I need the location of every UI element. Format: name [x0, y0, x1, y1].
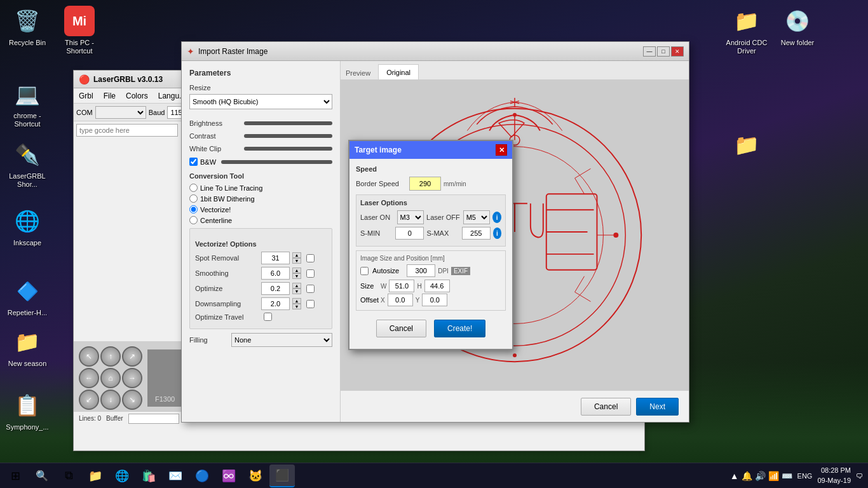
taskbar-store[interactable]: 🛍️: [136, 464, 161, 487]
buffer-input[interactable]: [128, 414, 179, 424]
desktop-icon-repetier[interactable]: 📋 Symphony_...: [2, 388, 53, 434]
smoothing-dn[interactable]: ▼: [292, 273, 301, 279]
autosize-checkbox[interactable]: [360, 267, 369, 275]
up-arrow-icon[interactable]: ▲: [730, 471, 739, 481]
desktop-icon-laser[interactable]: 🔷 Repetier-H...: [2, 273, 53, 320]
spot-removal-input[interactable]: [261, 252, 290, 264]
optimize-check[interactable]: [306, 285, 315, 293]
taskbar-edge[interactable]: 🌐: [109, 464, 135, 487]
import-next-button[interactable]: Next: [636, 398, 679, 416]
volume-icon[interactable]: 🔊: [755, 471, 766, 481]
search-button[interactable]: 🔍: [31, 463, 53, 489]
radio-dithering-input[interactable]: [189, 194, 198, 203]
taskbar-task-view[interactable]: ⧉: [56, 464, 81, 487]
nav-dn-left[interactable]: ↙: [79, 390, 99, 410]
taskbar-file-explorer[interactable]: 📁: [83, 464, 108, 487]
desktop-icon-new-season[interactable]: 📁 New season: [2, 324, 53, 370]
downsampling-input[interactable]: [261, 297, 290, 310]
x-input[interactable]: [388, 294, 413, 306]
nav-dn-right[interactable]: ↘: [122, 390, 142, 410]
notification-center-icon[interactable]: 🗨: [856, 472, 863, 480]
nav-up-left[interactable]: ↖: [79, 346, 99, 367]
dpi-input[interactable]: [407, 264, 435, 277]
contrast-slider[interactable]: [244, 134, 332, 138]
exif-button[interactable]: EXIF: [451, 267, 470, 275]
notification-icon[interactable]: 🔔: [742, 471, 752, 481]
spot-removal-check[interactable]: [306, 254, 315, 262]
desktop-icon-inkscape[interactable]: ✒️ LaserGRBL Shor...: [2, 137, 53, 191]
h-input[interactable]: [424, 280, 450, 292]
white-clip-slider[interactable]: [244, 147, 332, 151]
optimize-input[interactable]: [261, 282, 290, 295]
laser-off-select[interactable]: M5: [463, 210, 491, 224]
smin-input[interactable]: [395, 227, 424, 240]
bw-slider[interactable]: [221, 160, 332, 164]
target-create-button[interactable]: Create!: [434, 320, 485, 337]
smoothing-check[interactable]: [306, 269, 315, 278]
smax-input[interactable]: [462, 227, 491, 240]
taskbar-chrome[interactable]: 🔵: [189, 464, 215, 487]
desktop-icon-symphony[interactable]: 📁 Android CDC Driver: [721, 3, 772, 58]
network-icon[interactable]: 📶: [768, 471, 779, 481]
y-input[interactable]: [422, 294, 447, 306]
import-maximize-btn[interactable]: □: [657, 46, 670, 57]
filling-select[interactable]: None: [231, 333, 332, 347]
target-close-button[interactable]: ✕: [496, 144, 507, 156]
desktop-icon-chrome[interactable]: 🌐 Inkscape: [2, 203, 53, 250]
desktop-icon-new-folder[interactable]: 📁: [721, 127, 772, 165]
import-cancel-button[interactable]: Cancel: [581, 398, 631, 416]
taskbar-arduino[interactable]: ♾️: [216, 464, 241, 487]
keyboard-icon[interactable]: ⌨️: [782, 471, 792, 481]
target-cancel-button[interactable]: Cancel: [376, 320, 426, 337]
target-dialog-titlebar[interactable]: Target image ✕: [349, 141, 512, 159]
taskbar-active-app[interactable]: ⬛: [269, 464, 295, 487]
desktop-icon-android-cdc[interactable]: 💿 New folder: [772, 3, 823, 50]
gcode-input[interactable]: [76, 124, 178, 137]
import-close-btn[interactable]: ✕: [671, 46, 684, 57]
bw-checkbox[interactable]: [189, 158, 198, 166]
downsampling-dn[interactable]: ▼: [292, 304, 301, 309]
desktop-icon-mipc[interactable]: Mi This PC - Shortcut: [54, 3, 105, 58]
nav-right[interactable]: →: [122, 368, 142, 388]
smax-info-button[interactable]: i: [493, 227, 501, 239]
desktop-icon-recycle-bin[interactable]: 🗑️ Recycle Bin: [2, 3, 53, 50]
nav-up[interactable]: ↑: [100, 346, 121, 367]
smoothing-input[interactable]: [261, 267, 290, 280]
optimize-dn[interactable]: ▼: [292, 288, 301, 294]
nav-left[interactable]: ←: [79, 368, 99, 388]
menu-file[interactable]: File: [98, 90, 121, 102]
laser-info-button[interactable]: i: [492, 212, 501, 223]
taskbar-scratch[interactable]: 🐱: [243, 464, 268, 487]
resize-select[interactable]: Smooth (HQ Bicubic): [189, 94, 332, 109]
smoothing-up[interactable]: ▲: [292, 268, 301, 273]
nav-up-right[interactable]: ↗: [122, 346, 142, 367]
clock[interactable]: 08:28 PM 09-May-19: [817, 466, 851, 485]
nav-down[interactable]: ↓: [100, 390, 121, 410]
w-input[interactable]: [389, 280, 414, 292]
spot-removal-dn[interactable]: ▼: [292, 258, 301, 264]
nav-home[interactable]: ⌂: [100, 368, 121, 388]
import-minimize-btn[interactable]: —: [643, 46, 656, 57]
laser-on-select[interactable]: M3: [397, 210, 424, 224]
preview-tab-original[interactable]: Original: [378, 64, 419, 79]
active-app-icon: ⬛: [275, 468, 289, 482]
radio-centerline-input[interactable]: [189, 216, 198, 224]
border-speed-input[interactable]: [409, 177, 441, 191]
com-select[interactable]: [95, 106, 146, 119]
desktop-icon-this-pc[interactable]: 💻 chrome - Shortcut: [2, 76, 53, 131]
language-indicator[interactable]: ENG: [797, 472, 813, 480]
radio-centerline-label: Centerline: [200, 217, 232, 224]
import-dialog-titlebar[interactable]: ✦ Import Raster Image — □ ✕: [182, 42, 689, 61]
start-button[interactable]: ⊞: [0, 463, 31, 489]
taskbar-mail[interactable]: ✉️: [163, 464, 188, 487]
optimize-travel-check[interactable]: [264, 313, 272, 321]
menu-colors[interactable]: Colors: [121, 90, 153, 102]
radio-vectorize-input[interactable]: [189, 205, 198, 214]
downsampling-up[interactable]: ▲: [292, 298, 301, 304]
downsampling-check[interactable]: [306, 300, 315, 308]
radio-line-tracing-input[interactable]: [189, 184, 198, 192]
brightness-slider[interactable]: [244, 121, 332, 125]
optimize-up[interactable]: ▲: [292, 283, 301, 288]
menu-grbl[interactable]: Grbl: [74, 90, 98, 102]
spot-removal-up[interactable]: ▲: [292, 252, 301, 258]
